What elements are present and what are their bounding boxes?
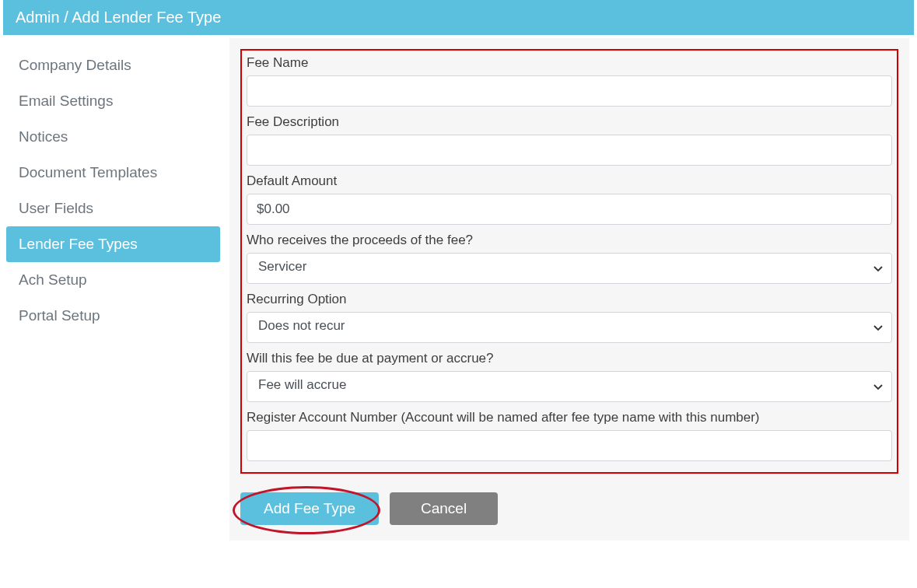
label-proceeds: Who receives the proceeds of the fee? bbox=[247, 233, 892, 248]
label-due: Will this fee be due at payment or accru… bbox=[247, 351, 892, 366]
sidebar-item-user-fields[interactable]: User Fields bbox=[6, 191, 220, 226]
add-fee-type-button[interactable]: Add Fee Type bbox=[240, 492, 379, 525]
cancel-button[interactable]: Cancel bbox=[390, 492, 498, 525]
breadcrumb: Admin / Add Lender Fee Type bbox=[16, 9, 221, 26]
input-register[interactable] bbox=[247, 430, 892, 461]
label-fee-name: Fee Name bbox=[247, 55, 892, 71]
select-proceeds[interactable]: Servicer bbox=[247, 253, 892, 284]
field-proceeds: Who receives the proceeds of the fee? Se… bbox=[247, 233, 892, 284]
input-fee-name[interactable] bbox=[247, 75, 892, 107]
sidebar-item-notices[interactable]: Notices bbox=[6, 119, 220, 155]
sidebar-item-ach-setup[interactable]: Ach Setup bbox=[6, 262, 220, 298]
label-default-amount: Default Amount bbox=[247, 173, 892, 189]
sidebar-item-document-templates[interactable]: Document Templates bbox=[6, 155, 220, 191]
sidebar-item-email-settings[interactable]: Email Settings bbox=[6, 83, 220, 119]
field-due: Will this fee be due at payment or accru… bbox=[247, 351, 892, 402]
page-header: Admin / Add Lender Fee Type bbox=[3, 0, 914, 35]
layout: Company Details Email Settings Notices D… bbox=[0, 38, 917, 541]
field-fee-description: Fee Description bbox=[247, 114, 892, 166]
field-fee-name: Fee Name bbox=[247, 55, 892, 107]
input-default-amount[interactable] bbox=[247, 194, 892, 225]
input-fee-description[interactable] bbox=[247, 135, 892, 166]
field-recurring: Recurring Option Does not recur bbox=[247, 292, 892, 343]
field-register: Register Account Number (Account will be… bbox=[247, 410, 892, 461]
button-row: Add Fee Type Cancel bbox=[240, 492, 898, 525]
form-highlight-box: Fee Name Fee Description Default Amount … bbox=[240, 49, 898, 474]
sidebar-item-portal-setup[interactable]: Portal Setup bbox=[6, 298, 220, 334]
sidebar: Company Details Email Settings Notices D… bbox=[0, 38, 229, 541]
sidebar-item-company-details[interactable]: Company Details bbox=[6, 47, 220, 83]
label-register: Register Account Number (Account will be… bbox=[247, 410, 892, 425]
sidebar-item-lender-fee-types[interactable]: Lender Fee Types bbox=[6, 226, 220, 262]
label-fee-description: Fee Description bbox=[247, 114, 892, 130]
select-due[interactable]: Fee will accrue bbox=[247, 371, 892, 402]
label-recurring: Recurring Option bbox=[247, 292, 892, 307]
field-default-amount: Default Amount bbox=[247, 173, 892, 225]
main-panel: Fee Name Fee Description Default Amount … bbox=[229, 38, 909, 541]
select-recurring[interactable]: Does not recur bbox=[247, 312, 892, 343]
